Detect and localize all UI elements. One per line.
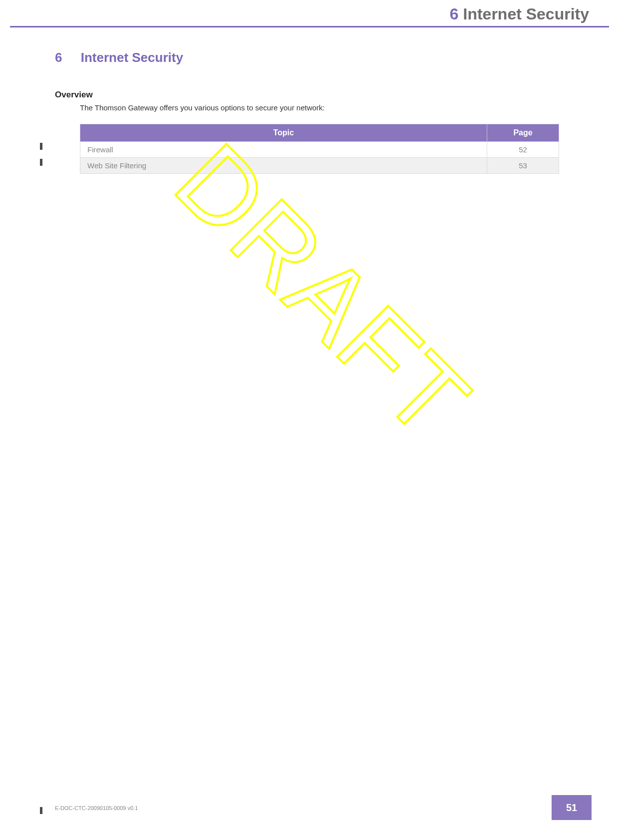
cell-topic[interactable]: Web Site Filtering <box>80 158 487 174</box>
revision-bar-icon <box>40 143 42 150</box>
header-rule <box>10 26 609 27</box>
table-header-page: Page <box>487 124 559 142</box>
running-header: 6 Internet Security <box>450 5 589 23</box>
cell-topic[interactable]: Firewall <box>80 142 487 158</box>
header-chapter-number: 6 <box>450 5 459 23</box>
table-row: Web Site Filtering 53 <box>80 158 559 174</box>
footer-doc-id: E-DOC-CTC-20090105-0009 v0.1 <box>55 805 138 811</box>
footer-page-number: 51 <box>552 795 592 820</box>
cell-page[interactable]: 53 <box>487 158 559 174</box>
header-chapter-title: Internet Security <box>463 5 589 23</box>
chapter-number: 6 <box>55 50 62 65</box>
chapter-heading: 6 Internet Security <box>55 50 183 65</box>
section-title: Overview <box>55 90 93 100</box>
table-row: Firewall 52 <box>80 142 559 158</box>
cell-page[interactable]: 52 <box>487 142 559 158</box>
intro-paragraph: The Thomson Gateway offers you various o… <box>80 103 325 112</box>
chapter-title: Internet Security <box>81 50 183 65</box>
revision-bar-icon <box>40 807 42 814</box>
table-header-topic: Topic <box>80 124 487 142</box>
revision-bar-icon <box>40 159 42 166</box>
topics-table: Topic Page Firewall 52 Web Site Filterin… <box>80 124 559 174</box>
